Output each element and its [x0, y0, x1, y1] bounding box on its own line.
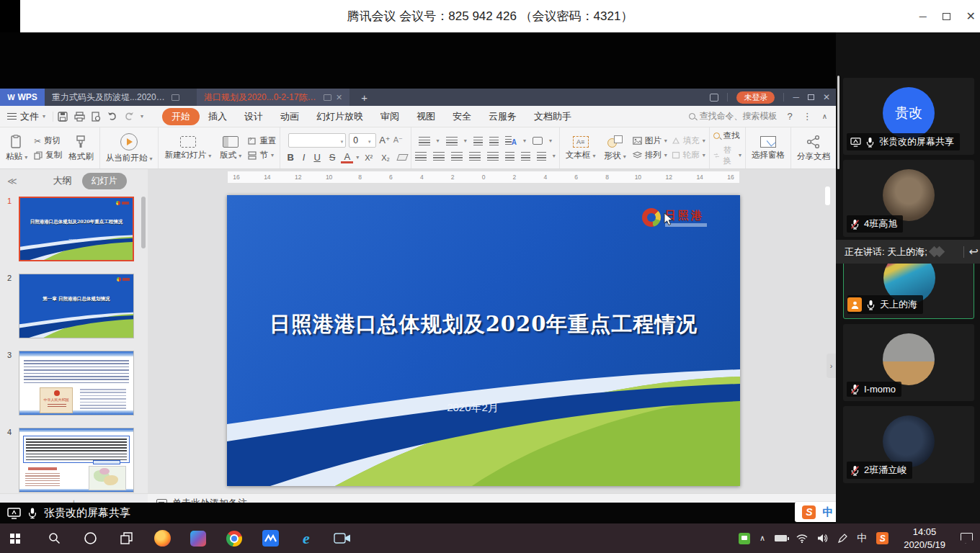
arrange-button[interactable]: 排列 ▾	[633, 150, 667, 161]
file-menu[interactable]: 文件 ▾	[0, 110, 53, 123]
share-doc-button[interactable]: 分享文档	[795, 135, 832, 162]
reply-arrow-icon[interactable]: ↩	[969, 245, 980, 258]
task-view-icon[interactable]	[108, 523, 144, 553]
cut-button[interactable]: ✂剪切	[34, 135, 62, 146]
font-color-caret[interactable]: ▾	[356, 154, 359, 161]
menu-item-0[interactable]: 插入	[208, 110, 227, 123]
justify-icon[interactable]	[469, 152, 481, 161]
slide-thumbnail-1[interactable]: 1 日照港港口总体规划及2020年重点工程情况 2020年2月	[19, 197, 134, 261]
action-center-icon[interactable]	[961, 533, 973, 544]
minimize-button[interactable]: ─	[919, 11, 927, 22]
menu-item-5[interactable]: 视图	[416, 110, 435, 123]
copy-button[interactable]: 复制	[34, 150, 62, 161]
slide-title[interactable]: 日照港港口总体规划及2020年重点工程情况	[241, 310, 726, 339]
menu-item-1[interactable]: 设计	[244, 110, 263, 123]
new-tab-button[interactable]: +	[349, 89, 379, 106]
tray-app-icon[interactable]	[739, 533, 750, 544]
firefox-icon[interactable]	[144, 523, 180, 553]
selection-pane-button[interactable]: 选择窗格	[749, 136, 787, 161]
wps-logo[interactable]: WWPS	[0, 89, 45, 106]
align-right-icon[interactable]	[451, 152, 463, 161]
align-left-icon[interactable]	[415, 152, 427, 161]
document-tab-2-active[interactable]: 港口规划及2020...0-2-17陈守勇 ✕	[197, 89, 349, 106]
maximize-button[interactable]	[943, 13, 950, 20]
section-button[interactable]: 节 ▾	[248, 150, 276, 161]
new-slide-button[interactable]: 新建幻灯片 ▾	[162, 136, 213, 161]
integrate-mode-icon[interactable]	[710, 94, 718, 102]
bold-button[interactable]: B	[284, 152, 296, 163]
increase-indent-icon[interactable]	[489, 137, 499, 145]
tab-close-icon[interactable]: ✕	[336, 93, 342, 102]
participant-tile-1[interactable]: 4班高旭	[843, 160, 974, 237]
redo-icon[interactable]	[124, 112, 134, 121]
menu-item-6[interactable]: 安全	[453, 110, 471, 123]
clear-format-icon[interactable]	[396, 154, 408, 161]
layout-button[interactable]: 版式 ▾	[218, 136, 244, 161]
input-mode-icon[interactable]: 中	[822, 505, 833, 519]
sogou-tray-icon[interactable]: S	[876, 532, 888, 544]
start-icon[interactable]	[0, 523, 36, 553]
document-scrollbar[interactable]	[825, 186, 830, 205]
para-settings-icon[interactable]	[537, 152, 546, 161]
menu-home[interactable]: 开始	[162, 108, 200, 125]
taskbar-clock[interactable]: 14:05 2020/5/19	[898, 526, 951, 551]
ie-icon[interactable]: e	[288, 523, 324, 553]
shapes-button[interactable]: 形状 ▾	[602, 135, 628, 161]
para-spacing-icon[interactable]	[521, 152, 530, 161]
tencent-meeting-icon[interactable]	[252, 523, 288, 553]
wifi-icon[interactable]	[796, 534, 808, 543]
participant-tile-4[interactable]: 2班潘立峻	[843, 406, 974, 483]
more-icon[interactable]: ⋮	[803, 111, 812, 122]
input-language-indicator[interactable]: 中	[857, 532, 867, 545]
distribute-icon[interactable]	[487, 152, 499, 161]
command-search[interactable]: 查找命令、搜索模板	[689, 110, 777, 122]
pen-icon[interactable]	[837, 534, 847, 544]
italic-button[interactable]: I	[300, 152, 308, 163]
hidden-icons-chevron[interactable]: ∧	[760, 534, 765, 543]
slide-canvas[interactable]: 日照港港口总体规划及2020年重点工程情况 2020年2月 日照港	[227, 195, 740, 486]
save-icon[interactable]	[58, 112, 68, 122]
superscript-button[interactable]: X²	[362, 153, 375, 162]
fill-button[interactable]: 填充 ▾	[672, 135, 705, 146]
login-badge[interactable]: 未登录	[736, 91, 775, 104]
wps-restore-button[interactable]	[808, 94, 814, 100]
tab-outline[interactable]: 大纲	[53, 174, 72, 187]
bullet-list-icon[interactable]	[419, 137, 430, 145]
cortana-icon[interactable]	[72, 523, 108, 553]
slide-thumbnail-4[interactable]: 4	[19, 428, 134, 493]
find-button[interactable]: 查找	[713, 130, 741, 141]
sidebar-expand-handle[interactable]: ›	[827, 354, 836, 378]
numbered-list-icon[interactable]	[446, 137, 458, 145]
textbox-button[interactable]: A≡ 文本框 ▾	[564, 136, 598, 161]
columns-icon[interactable]	[505, 152, 514, 161]
decrease-indent-icon[interactable]	[473, 137, 483, 145]
sogou-logo-icon[interactable]: S	[802, 505, 816, 519]
menu-item-2[interactable]: 动画	[280, 110, 299, 123]
camera-icon[interactable]	[324, 523, 360, 553]
participant-tile-3[interactable]: I-momo	[843, 324, 974, 401]
strikethrough-button[interactable]: S	[326, 152, 339, 163]
undo-icon[interactable]	[107, 112, 117, 121]
reset-button[interactable]: 重置	[248, 135, 276, 146]
print-preview-icon[interactable]	[92, 112, 101, 122]
print-icon[interactable]	[74, 112, 85, 122]
menu-item-8[interactable]: 文档助手	[534, 110, 571, 123]
sidebar-scrollbar[interactable]	[837, 76, 839, 169]
tab-slides[interactable]: 幻灯片	[82, 173, 127, 189]
panel-scrollbar[interactable]	[141, 197, 146, 248]
paste-button[interactable]: 粘贴 ▾	[4, 135, 30, 162]
slide-thumbnail-2[interactable]: 2 第一章 日照港港口总体规划情况	[19, 274, 134, 338]
wps-minimize-button[interactable]: ─	[793, 92, 799, 102]
volume-icon[interactable]	[817, 534, 828, 543]
help-icon[interactable]: ?	[787, 111, 792, 122]
font-color-button[interactable]: A	[341, 152, 353, 163]
close-button[interactable]: ✕	[966, 9, 976, 23]
slide-date[interactable]: 2020年2月	[227, 401, 718, 415]
replace-button[interactable]: 替换 ▾	[713, 145, 741, 166]
quickbar-dropdown-icon[interactable]: ▾	[141, 113, 143, 120]
format-painter-button[interactable]: 格式刷	[66, 135, 96, 162]
play-from-current-button[interactable]: 从当前开始 ▾	[104, 133, 155, 163]
colorful-app-icon[interactable]	[180, 523, 216, 553]
underline-button[interactable]: U	[311, 152, 323, 163]
chrome-icon[interactable]	[216, 523, 252, 553]
